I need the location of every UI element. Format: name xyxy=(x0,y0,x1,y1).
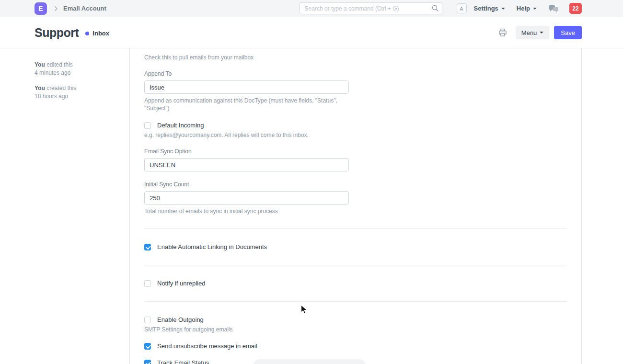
auto-linking-label[interactable]: Enable Automatic Linking in Documents xyxy=(157,243,267,250)
created-info: You created this 18 hours ago xyxy=(35,84,123,101)
initial-sync-count-description: Total number of emails to sync in initia… xyxy=(144,207,355,215)
settings-menu[interactable]: Settings xyxy=(474,5,505,12)
edited-who: You xyxy=(35,61,45,68)
created-who: You xyxy=(35,85,45,91)
chevron-down-icon xyxy=(501,8,505,10)
breadcrumb-chevron-icon xyxy=(54,6,58,11)
send-unsubscribe-label[interactable]: Send unsubscribe message in email xyxy=(157,342,257,350)
print-icon[interactable] xyxy=(498,28,507,37)
notify-unreplied-row: Notify if unreplied xyxy=(144,280,567,287)
navbar: E Email Account A Settings Help 22 xyxy=(0,0,623,17)
send-unsubscribe-row: Send unsubscribe message in email xyxy=(144,342,567,350)
email-sync-option-label: Email Sync Option xyxy=(144,148,349,155)
page-header: Support Inbox Menu Save xyxy=(0,17,623,48)
settings-label: Settings xyxy=(474,5,498,12)
enable-outgoing-description: SMTP Settings for outgoing emails xyxy=(144,326,567,333)
page-title: Support xyxy=(35,26,79,40)
edited-when: 4 minutes ago xyxy=(35,69,70,76)
track-email-status-checkbox[interactable] xyxy=(144,360,151,364)
form-sidebar: You edited this 4 minutes ago You create… xyxy=(35,61,123,108)
chevron-down-icon xyxy=(533,8,537,10)
enable-outgoing-row: Enable Outgoing xyxy=(144,316,567,323)
default-incoming-row: Default Incoming xyxy=(144,122,567,129)
form-body: Check this to pull emails from your mail… xyxy=(129,48,582,364)
enable-outgoing-label[interactable]: Enable Outgoing xyxy=(157,316,204,323)
append-to-description: Append as communication against this Doc… xyxy=(144,97,355,112)
default-incoming-label[interactable]: Default Incoming xyxy=(157,122,204,129)
initial-sync-count-label: Initial Sync Count xyxy=(144,181,349,188)
auto-linking-row: Enable Automatic Linking in Documents xyxy=(144,243,567,250)
save-button[interactable]: Save xyxy=(554,26,582,39)
help-menu[interactable]: Help xyxy=(517,5,537,12)
default-incoming-description: e.g. replies@yourcomany.com. All replies… xyxy=(144,132,567,138)
auto-linking-checkbox[interactable] xyxy=(144,244,151,250)
append-to-label: Append To xyxy=(144,70,349,77)
notify-unreplied-label[interactable]: Notify if unreplied xyxy=(157,280,205,287)
edited-action: edited this xyxy=(46,61,73,68)
app-logo[interactable]: E xyxy=(35,2,47,15)
enable-outgoing-checkbox[interactable] xyxy=(144,317,151,323)
section-outgoing: Enable Outgoing SMTP Settings for outgoi… xyxy=(144,301,567,364)
section-notify: Notify if unreplied xyxy=(144,265,567,301)
track-email-status-label[interactable]: Track Email Status xyxy=(157,359,209,364)
edited-info: You edited this 4 minutes ago xyxy=(35,61,123,77)
send-unsubscribe-checkbox[interactable] xyxy=(144,343,151,350)
append-to-input[interactable] xyxy=(144,80,349,94)
email-sync-option-input[interactable] xyxy=(144,158,349,171)
search-icon xyxy=(431,4,439,14)
created-when: 18 hours ago xyxy=(35,93,68,100)
menu-button[interactable]: Menu xyxy=(516,26,550,39)
breadcrumb[interactable]: Email Account xyxy=(63,5,106,12)
created-action: created this xyxy=(46,85,76,91)
menu-button-label: Menu xyxy=(521,29,537,36)
default-incoming-checkbox[interactable] xyxy=(144,122,151,129)
global-search xyxy=(300,2,442,14)
initial-sync-count-input[interactable] xyxy=(144,191,349,205)
section-auto-linking: Enable Automatic Linking in Documents xyxy=(144,228,567,265)
incoming-help-text: Check this to pull emails from your mail… xyxy=(144,54,567,61)
announcements-icon[interactable] xyxy=(548,4,559,13)
notify-unreplied-checkbox[interactable] xyxy=(144,280,151,287)
section-incoming: Check this to pull emails from your mail… xyxy=(144,48,567,228)
bottom-toast xyxy=(253,359,366,364)
chevron-down-icon xyxy=(540,32,543,34)
status-badge: Inbox xyxy=(92,30,109,37)
search-input[interactable] xyxy=(300,2,442,14)
status-dot-icon xyxy=(85,32,89,35)
initial-sync-count-field: Initial Sync Count Total number of email… xyxy=(144,181,349,215)
email-sync-option-field: Email Sync Option xyxy=(144,148,349,171)
append-to-field: Append To Append as communication agains… xyxy=(144,70,349,112)
avatar[interactable]: A xyxy=(457,3,467,13)
help-label: Help xyxy=(517,5,530,12)
notification-badge[interactable]: 22 xyxy=(569,3,582,14)
